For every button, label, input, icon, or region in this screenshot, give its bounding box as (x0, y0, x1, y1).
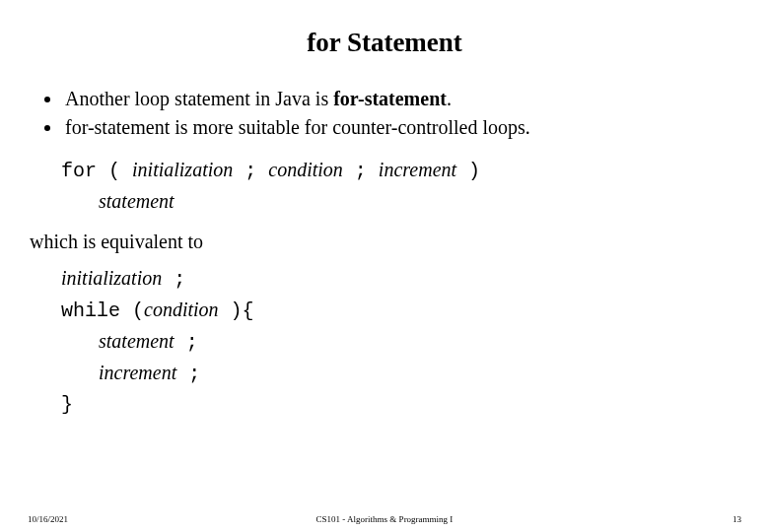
slide-title: for Statement (28, 28, 741, 58)
code-line: statement ; (99, 326, 741, 358)
equivalent-text: which is equivalent to (30, 231, 741, 253)
paren: ( (97, 160, 132, 182)
brace: ){ (219, 299, 254, 322)
slide: for Statement Another loop statement in … (0, 0, 769, 532)
while-equivalent: initialization ; while (condition ){ sta… (61, 263, 741, 420)
while-keyword: while (61, 299, 120, 322)
code-line: while (condition ){ (61, 295, 741, 326)
bullet-item: Another loop statement in Java is for-st… (63, 86, 741, 112)
slide-footer: 10/16/2021 CS101 - Algorithms & Programm… (0, 514, 769, 524)
bullet-text: for-statement is more suitable for count… (65, 116, 530, 138)
increment-term: increment (99, 362, 176, 383)
condition-term: condition (144, 299, 219, 320)
footer-date: 10/16/2021 (28, 514, 68, 524)
increment-term: increment (379, 159, 456, 180)
footer-course: CS101 - Algorithms & Programming I (0, 514, 769, 524)
bold-term: for-statement (333, 88, 447, 109)
code-line: increment ; (99, 358, 741, 389)
condition-term: condition (268, 159, 343, 180)
bullet-text: Another loop statement in Java is (65, 88, 333, 109)
brace: } (61, 389, 741, 420)
semicolon: ; (233, 160, 268, 182)
paren: ( (120, 299, 144, 322)
statement-term: statement (99, 330, 175, 352)
semicolon: ; (343, 160, 379, 182)
semicolon: ; (176, 363, 200, 385)
bullet-text: . (447, 88, 452, 109)
bullet-list: Another loop statement in Java is for-st… (28, 86, 741, 141)
bullet-item: for-statement is more suitable for count… (63, 114, 741, 141)
semicolon: ; (175, 331, 198, 354)
semicolon: ; (162, 268, 185, 291)
for-syntax: for ( initialization ; condition ; incre… (61, 155, 741, 217)
initialization-term: initialization (132, 159, 233, 180)
footer-page-number: 13 (733, 514, 741, 524)
syntax-line: for ( initialization ; condition ; incre… (61, 155, 741, 186)
initialization-term: initialization (61, 267, 162, 289)
code-line: initialization ; (61, 263, 741, 295)
for-keyword: for (61, 160, 97, 182)
statement-term: statement (99, 186, 741, 217)
paren: ) (456, 160, 480, 182)
